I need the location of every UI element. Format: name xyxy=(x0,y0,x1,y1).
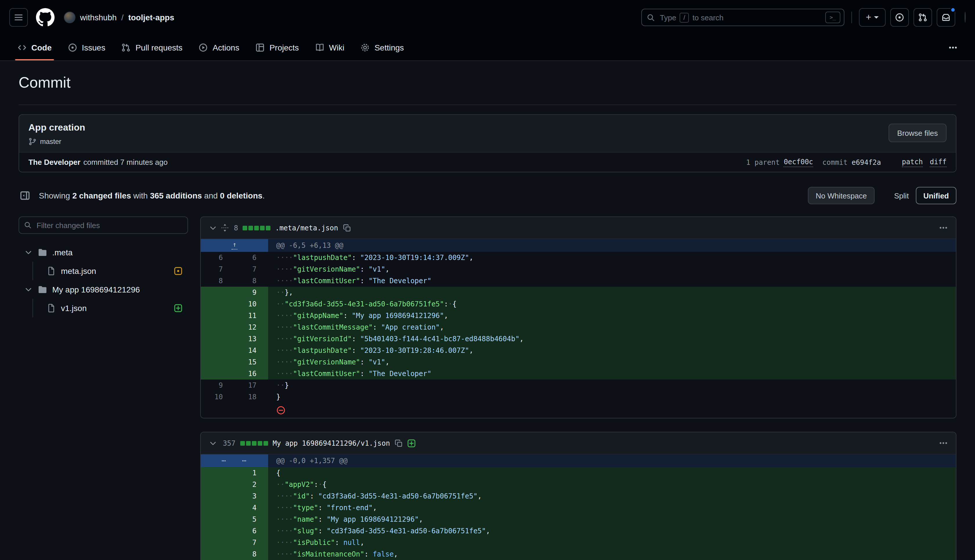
old-line-number[interactable] xyxy=(201,502,235,513)
copy-file-path-button[interactable] xyxy=(343,224,351,232)
file-options-kebab-button[interactable] xyxy=(937,438,950,448)
hunk-gutter[interactable]: ⋯⋯ xyxy=(201,454,268,467)
old-line-number[interactable]: 10 xyxy=(201,391,235,403)
new-line-number[interactable]: 4 xyxy=(235,502,268,513)
tab-pull-requests[interactable]: Pull requests xyxy=(113,35,191,60)
old-line-number[interactable] xyxy=(201,513,235,525)
no-whitespace-button[interactable]: No Whitespace xyxy=(808,187,874,204)
old-line-number[interactable] xyxy=(201,548,235,560)
new-line-number[interactable]: 6 xyxy=(235,252,268,263)
global-search-input[interactable]: Type / to search >_ xyxy=(641,9,844,26)
code-line: ··"cd3f3a6d-3d55-4e31-ad50-6a7b06751fe5"… xyxy=(268,298,956,310)
old-line-number[interactable]: 7 xyxy=(201,263,235,275)
tab-code[interactable]: Code xyxy=(9,35,60,60)
tree-file-item[interactable]: v1.json xyxy=(18,299,188,317)
new-line-number[interactable]: 11 xyxy=(235,310,268,322)
new-line-number[interactable]: 14 xyxy=(235,345,268,356)
nav-overflow-button[interactable] xyxy=(948,35,958,60)
command-palette-icon[interactable]: >_ xyxy=(825,12,840,23)
patch-link[interactable]: patch xyxy=(902,158,923,167)
old-line-number[interactable] xyxy=(201,298,235,310)
diff-file-name-link[interactable]: .meta/meta.json xyxy=(275,224,338,232)
issues-button[interactable] xyxy=(890,8,909,27)
tab-actions[interactable]: Actions xyxy=(191,35,248,60)
breadcrumb-repo-link[interactable]: tooljet-apps xyxy=(128,13,174,22)
browse-files-button[interactable]: Browse files xyxy=(888,123,947,142)
tab-issues[interactable]: Issues xyxy=(60,35,113,60)
new-line-number[interactable]: 6 xyxy=(235,525,268,537)
tree-folder-item[interactable]: .meta xyxy=(18,243,188,262)
copy-file-path-button[interactable] xyxy=(395,439,403,447)
breadcrumb-owner-link[interactable]: withshubh xyxy=(80,13,117,22)
old-line-number[interactable] xyxy=(201,368,235,380)
old-line-number[interactable] xyxy=(201,356,235,368)
filter-files-input[interactable] xyxy=(37,221,183,230)
diff-link[interactable]: diff xyxy=(930,158,947,167)
file-tree-toggle-button[interactable] xyxy=(18,189,31,202)
new-line-number[interactable]: 7 xyxy=(235,263,268,275)
new-line-number[interactable]: 18 xyxy=(235,391,268,403)
tab-settings[interactable]: Settings xyxy=(353,35,412,60)
old-line-number[interactable] xyxy=(201,322,235,333)
hamburger-menu-button[interactable] xyxy=(9,8,28,27)
branch-name[interactable]: master xyxy=(40,138,61,146)
old-line-number[interactable] xyxy=(201,310,235,322)
new-line-number[interactable]: 13 xyxy=(235,333,268,345)
split-view-button[interactable]: Split xyxy=(887,187,916,204)
github-logo-icon[interactable] xyxy=(36,8,55,27)
parent-sha-link[interactable]: 0ecf00c xyxy=(784,158,813,167)
tab-label: Issues xyxy=(82,43,105,52)
old-line-number[interactable]: 6 xyxy=(201,252,235,263)
chevron-down-icon[interactable] xyxy=(24,285,32,293)
create-new-button[interactable]: + xyxy=(859,8,886,27)
new-line-number[interactable]: 8 xyxy=(235,275,268,287)
new-line-number[interactable]: 2 xyxy=(235,479,268,490)
old-line-number[interactable] xyxy=(201,333,235,345)
tree-folder-item[interactable]: My app 1698694121296 xyxy=(18,280,188,299)
new-line-number[interactable]: 8 xyxy=(235,548,268,560)
search-icon xyxy=(24,221,32,229)
tab-projects[interactable]: Projects xyxy=(248,35,307,60)
new-line-number[interactable]: 1 xyxy=(235,467,268,479)
old-line-number[interactable] xyxy=(201,467,235,479)
old-line-number[interactable] xyxy=(201,525,235,537)
user-avatar-button[interactable] xyxy=(965,12,966,23)
old-line-number[interactable] xyxy=(201,287,235,298)
old-line-number[interactable] xyxy=(201,490,235,502)
old-line-number[interactable] xyxy=(201,537,235,548)
owner-avatar[interactable] xyxy=(64,12,75,23)
unified-view-button[interactable]: Unified xyxy=(916,187,957,204)
diff-file-name-link[interactable]: My app 1698694121296/v1.json xyxy=(272,439,390,447)
hunk-gutter[interactable]: ↑ xyxy=(201,239,268,252)
file-added-icon xyxy=(407,439,415,447)
commit-author[interactable]: The Developer xyxy=(28,158,80,167)
new-line-number[interactable]: 16 xyxy=(235,368,268,380)
changed-files-summary: Showing 2 changed files with 365 additio… xyxy=(39,191,265,200)
move-handle-icon[interactable] xyxy=(220,223,229,232)
diff-context-line: 88····"lastCommitUser": "The Developer" xyxy=(201,275,956,287)
tree-file-item[interactable]: meta.json xyxy=(18,262,188,280)
new-line-number[interactable]: 10 xyxy=(235,298,268,310)
collapse-file-button[interactable] xyxy=(207,437,219,450)
diff-added-line: 13····"gitVersionId": "5b401403-f144-4c4… xyxy=(201,333,956,345)
new-line-number[interactable]: 12 xyxy=(235,322,268,333)
old-line-number[interactable] xyxy=(201,479,235,490)
expand-up-icon[interactable]: ↑ xyxy=(231,242,237,250)
new-line-number[interactable]: 5 xyxy=(235,513,268,525)
new-line-number[interactable]: 15 xyxy=(235,356,268,368)
pull-requests-button[interactable] xyxy=(913,8,932,27)
tab-wiki[interactable]: Wiki xyxy=(307,35,353,60)
old-line-number[interactable]: 9 xyxy=(201,380,235,391)
new-line-number[interactable]: 9 xyxy=(235,287,268,298)
old-line-number[interactable]: 8 xyxy=(201,275,235,287)
chevron-down-icon[interactable] xyxy=(24,248,32,257)
file-options-kebab-button[interactable] xyxy=(937,222,950,233)
new-line-number[interactable]: 3 xyxy=(235,490,268,502)
diffstat-count: 357 xyxy=(223,439,235,447)
diff-added-line: 6····"slug": "cd3f3a6d-3d55-4e31-ad50-6a… xyxy=(201,525,956,537)
inbox-button[interactable] xyxy=(937,8,955,27)
new-line-number[interactable]: 7 xyxy=(235,537,268,548)
new-line-number[interactable]: 17 xyxy=(235,380,268,391)
old-line-number[interactable] xyxy=(201,345,235,356)
collapse-file-button[interactable] xyxy=(207,222,219,234)
